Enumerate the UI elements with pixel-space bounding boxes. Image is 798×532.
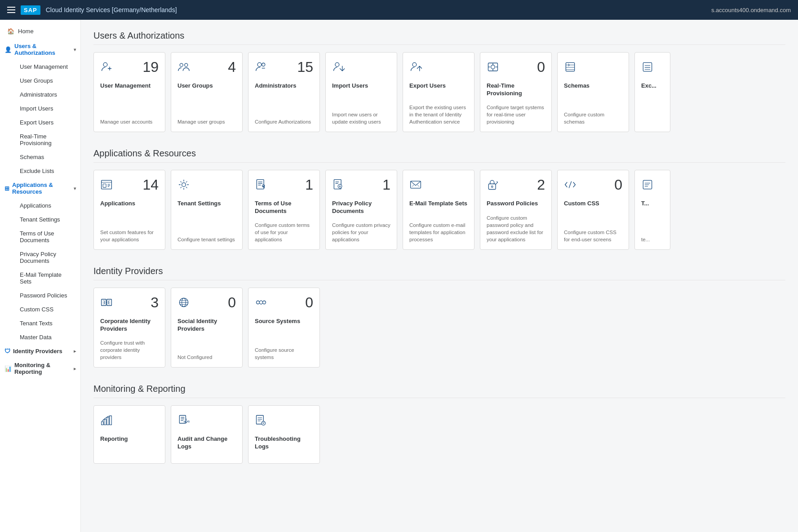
- hamburger-menu[interactable]: [7, 7, 15, 13]
- sidebar-item-exclude-lists[interactable]: Exclude Lists: [13, 164, 80, 178]
- import-users-icon: [332, 61, 345, 76]
- chevron-right-icon-identity: ▸: [74, 349, 76, 354]
- audit-logs-desc: [177, 453, 236, 457]
- svg-point-0: [103, 62, 107, 66]
- sidebar-section-monitoring-label: Monitoring & Reporting: [14, 362, 71, 375]
- sidebar-section-apps[interactable]: ⊞ Applications & Resources ▾: [0, 178, 80, 199]
- realtime-provisioning-desc: Configure target systems for real-time u…: [487, 100, 545, 125]
- tenant-settings-title: Tenant Settings: [177, 200, 236, 208]
- card-applications[interactable]: 14 Applications Set custom features for …: [93, 170, 165, 250]
- source-systems-desc: Configure source systems: [255, 343, 313, 361]
- user-groups-desc: Manage user groups: [177, 115, 236, 125]
- svg-rect-53: [110, 416, 111, 425]
- source-systems-icon: [255, 296, 267, 311]
- sidebar-item-import-users[interactable]: Import Users: [13, 102, 80, 115]
- tenant-texts-title: T...: [641, 200, 664, 208]
- svg-point-7: [412, 62, 417, 66]
- svg-rect-34: [488, 184, 496, 189]
- card-export-users[interactable]: Export Users Export the existing users i…: [403, 52, 474, 132]
- cards-apps: 14 Applications Set custom features for …: [93, 170, 785, 252]
- user-management-desc: Manage user accounts: [100, 115, 159, 125]
- sidebar-item-terms[interactable]: Terms of Use Documents: [13, 226, 80, 247]
- sidebar-item-tenant-texts[interactable]: Tenant Texts: [13, 316, 80, 330]
- card-troubleshooting[interactable]: Troubleshooting Logs: [248, 405, 320, 464]
- card-source-systems[interactable]: 0 Source Systems Configure source system…: [248, 288, 320, 368]
- administrators-icon: [255, 61, 267, 76]
- card-user-groups[interactable]: 4 User Groups Manage user groups: [171, 52, 243, 132]
- sidebar-item-user-management[interactable]: User Management: [13, 60, 80, 74]
- email-templates-title: E-Mail Template Sets: [409, 200, 468, 208]
- audit-logs-icon: LOG: [177, 414, 190, 429]
- card-terms[interactable]: 1 Terms of Use Documents Configure custo…: [248, 170, 320, 250]
- sidebar-item-custom-css[interactable]: Custom CSS: [13, 302, 80, 316]
- card-administrators[interactable]: 15 Administrators Configure Authorizatio…: [248, 52, 320, 132]
- section-users-authorizations: Users & Authorizations 19: [93, 31, 785, 134]
- sidebar-item-privacy[interactable]: Privacy Policy Documents: [13, 247, 80, 268]
- schemas-title: Schemas: [564, 82, 622, 90]
- applications-title: Applications: [100, 200, 159, 208]
- sidebar-item-applications[interactable]: Applications: [13, 199, 80, 213]
- tenant-url: s.accounts400.ondemand.com: [711, 7, 791, 13]
- tenant-texts-icon: [641, 178, 654, 194]
- card-tenant-texts[interactable]: T... te...: [634, 170, 670, 250]
- card-audit-logs[interactable]: LOG Audit and Change Logs: [171, 405, 243, 464]
- email-icon: [409, 178, 422, 194]
- svg-line-36: [569, 182, 571, 188]
- troubleshooting-title: Troubleshooting Logs: [255, 435, 313, 451]
- svg-rect-51: [104, 419, 106, 425]
- source-systems-count: 0: [305, 295, 313, 310]
- svg-point-48: [257, 301, 260, 304]
- card-reporting[interactable]: Reporting: [93, 405, 165, 464]
- sap-logo: SAP: [21, 5, 40, 15]
- administrators-desc: Configure Authorizations: [255, 115, 313, 125]
- card-email-templates[interactable]: E-Mail Template Sets Configure custom e-…: [403, 170, 474, 250]
- card-social-idp[interactable]: 0 Social Identity Providers Not Configur…: [171, 288, 243, 368]
- card-tenant-settings[interactable]: Tenant Settings Configure tenant setting…: [171, 170, 243, 250]
- chevron-right-icon-monitoring: ▸: [74, 366, 76, 371]
- sidebar-item-user-groups[interactable]: User Groups: [13, 74, 80, 88]
- sidebar-item-email-templates[interactable]: E-Mail Template Sets: [13, 268, 80, 288]
- password-policies-count: 2: [537, 177, 545, 192]
- terms-icon: [255, 178, 267, 194]
- card-schemas[interactable]: Schemas Configure custom schemas: [557, 52, 629, 132]
- sidebar-section-monitoring[interactable]: 📊 Monitoring & Reporting ▸: [0, 358, 80, 379]
- card-privacy[interactable]: 1 Privacy Policy Documents Configure cus…: [325, 170, 397, 250]
- card-import-users[interactable]: Import Users Import new users or update …: [325, 52, 397, 132]
- sidebar-item-realtime-provisioning[interactable]: Real-Time Provisioning: [13, 129, 80, 150]
- card-custom-css[interactable]: 0 Custom CSS Configure custom CSS for en…: [557, 170, 629, 250]
- card-realtime-provisioning[interactable]: 0 Real-Time Provisioning Configure targe…: [480, 52, 552, 132]
- card-user-management[interactable]: 19 User Management Manage user accounts: [93, 52, 165, 132]
- realtime-provisioning-count: 0: [537, 60, 545, 74]
- sidebar-item-schemas[interactable]: Schemas: [13, 150, 80, 164]
- export-users-icon: [409, 61, 422, 76]
- card-exclude[interactable]: Exc...: [634, 52, 670, 132]
- svg-rect-50: [102, 422, 103, 425]
- export-users-desc: Export the existing users in the tenant …: [409, 100, 468, 125]
- card-password-policies[interactable]: 2 Password Policies Configure custom pas…: [480, 170, 552, 250]
- sidebar-item-export-users[interactable]: Export Users: [13, 115, 80, 129]
- corporate-idp-icon: [100, 296, 113, 311]
- tenant-settings-icon: [177, 178, 190, 194]
- sidebar-section-identity[interactable]: 🛡 Identity Providers ▸: [0, 344, 80, 358]
- privacy-title: Privacy Policy Documents: [332, 200, 390, 215]
- section-title-monitoring: Monitoring & Reporting: [93, 384, 785, 398]
- applications-icon: [100, 178, 113, 194]
- social-idp-icon: [177, 296, 190, 311]
- sidebar-item-tenant-settings[interactable]: Tenant Settings: [13, 213, 80, 226]
- privacy-count: 1: [382, 177, 390, 192]
- reporting-desc: [100, 453, 159, 457]
- sidebar-item-master-data[interactable]: Master Data: [13, 330, 80, 344]
- schemas-desc: Configure custom schemas: [564, 107, 622, 125]
- svg-rect-18: [643, 62, 652, 71]
- apps-submenu: Applications Tenant Settings Terms of Us…: [0, 199, 80, 344]
- sidebar-item-password-policies[interactable]: Password Policies: [13, 288, 80, 302]
- sidebar-home[interactable]: 🏠 Home: [0, 23, 80, 39]
- card-corporate-idp[interactable]: 3 Corporate Identity Providers Configure…: [93, 288, 165, 368]
- sidebar-section-users[interactable]: 👤 Users & Authorizations ▾: [0, 39, 80, 60]
- app-title: Cloud Identity Services [Germany/Netherl…: [46, 6, 177, 13]
- sidebar-item-administrators[interactable]: Administrators: [13, 88, 80, 102]
- social-idp-title: Social Identity Providers: [177, 318, 236, 333]
- import-users-desc: Import new users or update existing user…: [332, 107, 390, 125]
- applications-count: 14: [142, 177, 159, 192]
- terms-desc: Configure custom terms of use for your a…: [255, 218, 313, 243]
